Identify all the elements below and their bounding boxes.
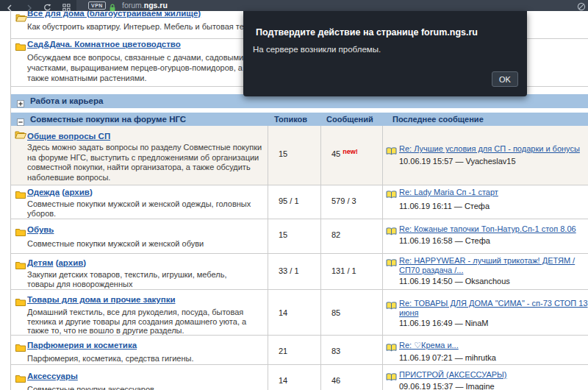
last-message-meta: 11.06.19 16:58 — Стефа <box>399 236 490 245</box>
forum-link[interactable]: Общие вопросы СП <box>27 132 110 141</box>
forum-link[interactable]: Обувь <box>27 225 54 234</box>
folder-icon <box>15 188 26 202</box>
js-confirm-dialog: Подтвердите действие на странице forum.n… <box>243 11 527 96</box>
archive-link[interactable]: архив <box>58 258 83 267</box>
folder-icon <box>15 341 26 355</box>
open-folder-icon <box>15 129 26 142</box>
address-bar[interactable]: VPN forum.ngs.ru <box>76 0 588 11</box>
topics-count: 15 <box>279 149 287 158</box>
posts-count-value: 45 <box>331 149 340 158</box>
folder-icon <box>15 372 26 386</box>
posts-count: 45new! <box>331 149 358 158</box>
last-message-meta: 11.06.19 07:21 — mihrutka <box>399 353 496 362</box>
forum-description: Здесь можно задать вопросы по разделу Со… <box>27 143 262 182</box>
divider-line <box>11 253 588 254</box>
book-icon <box>386 341 397 355</box>
forum-description: Совместные покупки мужской и женской обу… <box>27 239 270 249</box>
url-prefix: forum. <box>122 1 144 10</box>
category-bar-label: Работа и карьера <box>30 96 103 105</box>
forum-description: Закупки детских товаров, текстиль, игруш… <box>27 270 255 288</box>
posts-count: 82 <box>331 230 340 239</box>
divider-line <box>11 185 588 185</box>
posts-count: 131 / 1 <box>331 266 356 275</box>
book-icon <box>386 299 397 313</box>
forum-link[interactable]: Товары для дома и прочие закупки <box>27 295 176 304</box>
column-divider <box>382 126 383 390</box>
forum-link[interactable]: Аксессуары <box>27 372 78 380</box>
topics-count: 14 <box>279 308 287 317</box>
dialog-message: На сервере возникли проблемы. <box>253 45 381 54</box>
reload-icon[interactable] <box>43 1 51 15</box>
speed-dial-icon[interactable] <box>62 1 71 15</box>
topics-count: 21 <box>279 347 287 355</box>
content-blocker-icon[interactable] <box>577 1 586 14</box>
book-icon <box>386 371 397 384</box>
new-badge: new! <box>343 148 358 155</box>
divider-line <box>11 289 588 290</box>
book-icon <box>386 225 397 238</box>
column-header-last: Последнее сообщение <box>392 115 484 124</box>
divider-line <box>11 219 588 219</box>
book-icon <box>386 145 397 158</box>
url-text[interactable]: forum.ngs.ru <box>122 1 168 10</box>
expand-plus-icon[interactable] <box>17 97 24 110</box>
archive-link[interactable]: архив <box>65 188 90 196</box>
table-title: Совместные покупки на форуме НГС <box>30 115 186 124</box>
topics-count: 15 <box>279 230 287 239</box>
last-message-link[interactable]: ПРИСТРОЙ (АКСЕССУАРЫ) <box>399 370 588 380</box>
forum-title: Детямархив <box>27 258 86 267</box>
last-message-meta: 10.06.19 15:57 — Vyacheslav15 <box>399 157 516 166</box>
archive-wrap: архив <box>53 258 86 267</box>
last-message-link[interactable]: Re: HAPPYWEAR - лучший трикотаж! ДЕТЯМ /… <box>399 256 588 275</box>
dialog-ok-button[interactable]: OK <box>492 71 518 87</box>
column-divider <box>320 126 321 390</box>
table-header-bar: Совместные покупки на форуме НГС Топиков… <box>11 113 588 126</box>
dialog-title: Подтвердите действие на странице forum.n… <box>256 27 478 38</box>
forum-description: Совместные покупки аксессуаров. <box>27 385 270 390</box>
last-message-link[interactable]: Re: Кожаные тапочки Топ-Натур.Сп-1 стоп … <box>399 224 588 234</box>
forum-section-link[interactable]: Сад&Дача. Комнатное цветоводство <box>27 40 181 49</box>
posts-count: 46 <box>331 376 340 385</box>
forum-link[interactable]: Парфюмерия и косметика <box>27 341 137 350</box>
last-message-link[interactable]: Re: Lady Maria Сп -1 старт <box>399 188 588 197</box>
topics-count: 14 <box>279 376 287 385</box>
folder-icon <box>15 259 26 272</box>
book-icon <box>386 188 397 202</box>
browser-toolbar: VPN forum.ngs.ru <box>0 0 588 11</box>
divider-line <box>11 335 588 336</box>
last-message-link[interactable]: Re: ТОВАРЫ ДЛЯ ДОМА "СИМА" - сп-73 СТОП … <box>399 299 588 318</box>
forum-description: Домашний текстиль, все для рукоделия, по… <box>27 308 270 336</box>
vpn-badge[interactable]: VPN <box>88 1 106 10</box>
forum-link[interactable]: Детям <box>27 258 53 267</box>
last-message-link[interactable]: Re: Лучшие условия для СП - подарки и бо… <box>399 144 588 154</box>
forum-link[interactable]: Одежда <box>27 188 60 196</box>
lock-icon[interactable] <box>109 1 116 15</box>
last-message-link[interactable]: Re: ♡Крема и... <box>399 341 588 350</box>
column-header-posts: Сообщений <box>326 115 373 124</box>
last-message-meta: 09.06.19 15:37 — Imagine <box>399 382 495 390</box>
posts-count: 85 <box>331 308 340 317</box>
back-icon[interactable] <box>7 1 13 15</box>
folder-icon <box>15 40 26 54</box>
forum-description: Парфюмерия, косметика, средства гигиены. <box>27 354 270 364</box>
last-message-meta: 11.06.19 14:50 — Oksanchous <box>399 277 510 286</box>
posts-count: 83 <box>331 347 340 355</box>
column-divider <box>268 126 268 390</box>
divider-line <box>11 364 588 365</box>
last-message-meta: 11.06.19 16:11 — Стефа <box>399 202 490 210</box>
folder-icon <box>15 226 26 239</box>
column-header-topics: Топиков <box>274 115 307 124</box>
archive-wrap: архив <box>60 188 93 196</box>
book-icon <box>386 257 397 270</box>
forum-description: Совместные покупки мужской и женской оде… <box>27 199 255 218</box>
url-domain: ngs.ru <box>144 1 168 10</box>
topics-count: 95 / 1 <box>279 196 299 205</box>
forum-title: Одеждаархив <box>27 188 93 196</box>
forum-section-description: Обсуждаем все вопросы, связанные с дачам… <box>27 52 248 83</box>
forward-icon[interactable] <box>26 1 32 15</box>
folder-icon <box>15 296 26 309</box>
topics-count: 33 / 1 <box>279 266 299 275</box>
last-message-meta: 11.06.19 16:49 — NinaM <box>399 319 488 327</box>
posts-count: 579 / 3 <box>331 196 356 205</box>
